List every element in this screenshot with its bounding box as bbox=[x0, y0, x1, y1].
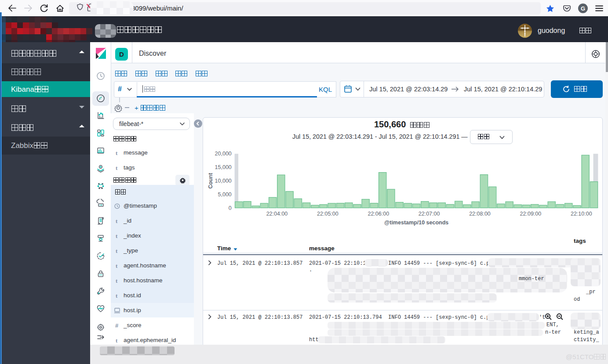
svg-text:G: G bbox=[581, 5, 585, 12]
svg-text:@timestamp/10 seconds: @timestamp/10 seconds bbox=[384, 220, 448, 226]
svg-text:22:10:00: 22:10:00 bbox=[571, 211, 592, 217]
svg-text:0: 0 bbox=[229, 205, 232, 211]
svg-text:22:04:00: 22:04:00 bbox=[266, 211, 288, 217]
svg-text:15,000: 15,000 bbox=[215, 164, 232, 170]
svg-text:22:09:00: 22:09:00 bbox=[520, 211, 542, 217]
svg-text:22:07:00: 22:07:00 bbox=[419, 211, 440, 217]
svg-text:22:06:00: 22:06:00 bbox=[368, 211, 389, 217]
svg-text:22:05:00: 22:05:00 bbox=[317, 211, 339, 217]
svg-text:Count: Count bbox=[208, 173, 214, 189]
svg-text:22:08:00: 22:08:00 bbox=[469, 211, 491, 217]
svg-text:10,000: 10,000 bbox=[215, 178, 232, 184]
svg-text:20,000: 20,000 bbox=[215, 151, 232, 157]
svg-text:5,000: 5,000 bbox=[218, 191, 232, 198]
